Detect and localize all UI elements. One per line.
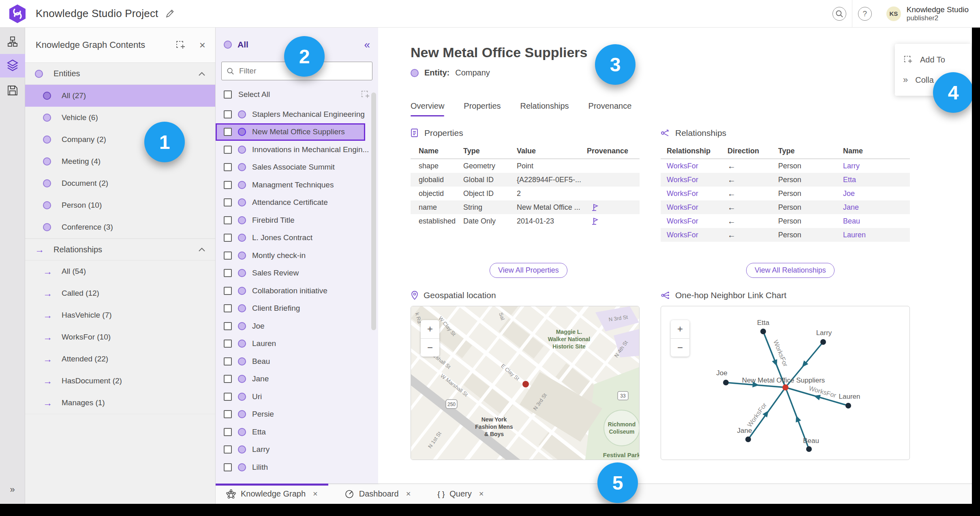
item-checkbox[interactable] xyxy=(224,304,232,312)
schema-icon[interactable] xyxy=(7,37,18,47)
sidebar-item-meeting[interactable]: Meeting (4) xyxy=(25,150,215,172)
item-checkbox[interactable] xyxy=(224,216,232,224)
list-item[interactable]: Collaboration initiative xyxy=(216,282,378,300)
provenance-flag-icon[interactable] xyxy=(592,217,599,225)
close-tab-icon[interactable]: × xyxy=(313,489,318,499)
list-item[interactable]: Lauren xyxy=(216,335,378,353)
zoom-out-button[interactable]: − xyxy=(421,339,439,357)
relationship-link[interactable]: WorksFor xyxy=(661,231,728,239)
sidebar-item-person[interactable]: Person (10) xyxy=(25,194,215,216)
list-item[interactable]: Sales Review xyxy=(216,264,378,282)
view-all-properties-button[interactable]: View All Properties xyxy=(490,263,567,278)
save-icon[interactable] xyxy=(7,85,18,96)
node-center[interactable] xyxy=(783,385,789,391)
tab-overview[interactable]: Overview xyxy=(411,101,444,116)
item-checkbox[interactable] xyxy=(224,357,232,366)
link-chart[interactable]: + − xyxy=(661,306,910,460)
list-item[interactable]: Sales Associate Summit xyxy=(216,159,378,176)
item-checkbox[interactable] xyxy=(224,234,232,242)
sidebar-item-called[interactable]: →Called (12) xyxy=(25,282,215,304)
close-panel-icon[interactable]: × xyxy=(199,40,205,50)
item-checkbox[interactable] xyxy=(224,128,232,136)
list-item[interactable]: Larry xyxy=(216,441,378,459)
sidebar-item-entities-all[interactable]: All (27) xyxy=(25,85,215,107)
close-tab-icon[interactable]: × xyxy=(479,489,484,499)
geospatial-map[interactable]: + − xyxy=(411,306,640,460)
item-checkbox[interactable] xyxy=(224,146,232,154)
tab-knowledge-graph[interactable]: Knowledge Graph × xyxy=(216,484,328,504)
sidebar-item-worksfor[interactable]: →WorksFor (10) xyxy=(25,326,215,348)
node-etta[interactable] xyxy=(760,329,766,334)
layers-icon[interactable] xyxy=(7,60,18,72)
item-checkbox[interactable] xyxy=(224,410,232,418)
entity-link[interactable]: Jane xyxy=(843,203,859,212)
list-item[interactable]: L. Jones Contract xyxy=(216,229,378,247)
item-checkbox[interactable] xyxy=(224,375,232,383)
provenance-flag-icon[interactable] xyxy=(592,203,599,211)
list-item[interactable]: Lilith xyxy=(216,458,378,476)
sidebar-item-hasvehicle[interactable]: →HasVehicle (7) xyxy=(25,304,215,326)
collapse-panel-icon[interactable]: « xyxy=(364,39,370,51)
list-item[interactable]: Managment Techniques xyxy=(216,176,378,194)
chevron-up-icon[interactable] xyxy=(198,247,205,252)
item-checkbox[interactable] xyxy=(224,198,232,206)
list-item[interactable]: Montly check-in xyxy=(216,247,378,264)
item-checkbox[interactable] xyxy=(224,340,232,348)
entity-link[interactable]: Lauren xyxy=(843,231,866,239)
sidebar-item-document[interactable]: Document (2) xyxy=(25,172,215,194)
sidebar-item-hasdocument[interactable]: →HasDocument (2) xyxy=(25,370,215,392)
item-checkbox[interactable] xyxy=(224,393,232,401)
list-item[interactable]: Firebird Title xyxy=(216,211,378,229)
zoom-in-button[interactable]: + xyxy=(421,320,439,339)
list-item-selected[interactable]: New Metal Office Suppliers xyxy=(216,123,365,141)
expand-rail-button[interactable]: » xyxy=(10,484,15,495)
relationship-link[interactable]: WorksFor xyxy=(661,189,728,198)
list-item[interactable]: Jane xyxy=(216,370,378,388)
list-item[interactable]: Innovations in Mechanical Engin... xyxy=(216,141,378,159)
item-checkbox[interactable] xyxy=(224,181,232,189)
list-item[interactable]: Joe xyxy=(216,317,378,335)
list-item[interactable]: Beau xyxy=(216,353,378,370)
scrollbar-thumb[interactable] xyxy=(371,92,376,330)
node-larry[interactable] xyxy=(820,339,826,345)
view-all-relationships-button[interactable]: View All Relationships xyxy=(746,263,834,278)
sidebar-item-rel-all[interactable]: →All (54) xyxy=(25,260,215,282)
add-to-new-icon[interactable] xyxy=(360,90,370,99)
entity-link[interactable]: Joe xyxy=(843,189,855,198)
tab-properties[interactable]: Properties xyxy=(464,101,501,116)
entities-section-header[interactable]: Entities xyxy=(25,63,215,85)
item-checkbox[interactable] xyxy=(224,287,232,295)
item-checkbox[interactable] xyxy=(224,110,232,118)
account-info[interactable]: Knowledge Studio publisher2 xyxy=(907,5,969,22)
avatar[interactable]: KS xyxy=(886,6,901,21)
tab-provenance[interactable]: Provenance xyxy=(588,101,632,116)
tab-dashboard[interactable]: Dashboard × xyxy=(334,484,422,504)
zoom-out-button[interactable]: − xyxy=(671,339,689,357)
sidebar-item-company[interactable]: Company (2) xyxy=(25,129,215,150)
item-checkbox[interactable] xyxy=(224,322,232,330)
item-checkbox[interactable] xyxy=(224,252,232,260)
entity-link[interactable]: Beau xyxy=(843,217,860,226)
add-to-menu-item[interactable]: Add To xyxy=(895,49,971,70)
list-item[interactable]: Uri xyxy=(216,388,378,406)
tab-query[interactable]: { } Query × xyxy=(427,484,494,504)
select-all-checkbox[interactable] xyxy=(224,90,232,99)
item-checkbox[interactable] xyxy=(224,428,232,436)
chevron-up-icon[interactable] xyxy=(198,71,205,76)
entity-link[interactable]: Larry xyxy=(843,162,860,170)
close-tab-icon[interactable]: × xyxy=(406,489,411,499)
add-to-new-icon[interactable] xyxy=(175,40,186,50)
node-lauren[interactable] xyxy=(845,403,851,408)
item-checkbox[interactable] xyxy=(224,445,232,454)
sidebar-item-conference[interactable]: Conference (3) xyxy=(25,216,215,238)
relationships-section-header[interactable]: → Relationships xyxy=(25,239,215,260)
item-checkbox[interactable] xyxy=(224,163,232,171)
search-button[interactable] xyxy=(832,7,846,21)
item-checkbox[interactable] xyxy=(224,463,232,471)
relationship-link[interactable]: WorksFor xyxy=(661,176,728,184)
edit-title-pencil-icon[interactable] xyxy=(165,9,175,19)
entity-link[interactable]: Etta xyxy=(843,176,856,184)
item-checkbox[interactable] xyxy=(224,269,232,277)
node-jane[interactable] xyxy=(745,436,751,442)
tab-relationships[interactable]: Relationships xyxy=(520,101,569,116)
